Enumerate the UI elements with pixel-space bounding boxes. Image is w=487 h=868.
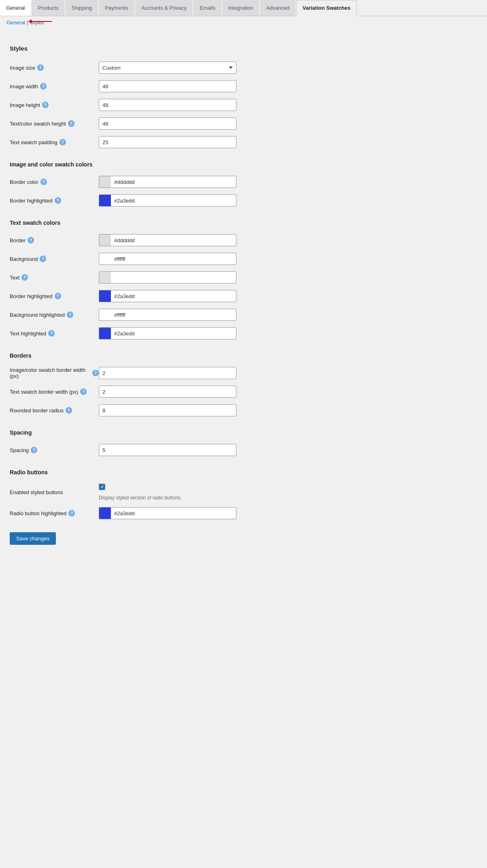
image-border-highlighted-input[interactable] bbox=[111, 194, 236, 207]
border-color-label: Border color ? bbox=[10, 179, 99, 185]
text-color-swatch-height-input[interactable] bbox=[99, 117, 236, 130]
text-border-highlighted-input[interactable] bbox=[111, 290, 236, 302]
image-height-label: Image height ? bbox=[10, 102, 99, 108]
text-text-highlighted-swatch[interactable] bbox=[99, 327, 111, 339]
image-size-select[interactable]: Custom Thumbnail Medium Large bbox=[99, 62, 236, 74]
spacing-help-icon[interactable]: ? bbox=[31, 447, 37, 453]
text-text-label: Text ? bbox=[10, 274, 99, 281]
text-text-highlighted-controls bbox=[99, 327, 236, 339]
text-background-row: Background ? bbox=[10, 250, 322, 268]
text-text-highlighted-wrapper bbox=[99, 327, 236, 339]
image-size-controls: Custom Thumbnail Medium Large bbox=[99, 62, 236, 74]
rounded-border-radius-row: Rounded border radius ? bbox=[10, 401, 322, 420]
radio-button-highlighted-swatch[interactable] bbox=[99, 507, 111, 519]
image-width-row: Image width ? bbox=[10, 77, 322, 96]
image-border-highlighted-label: Border highlighted ? bbox=[10, 197, 99, 204]
text-swatch-border-width-row: Text swatch border width (px) ? bbox=[10, 382, 322, 401]
text-background-highlighted-input[interactable] bbox=[111, 309, 236, 321]
text-background-input[interactable] bbox=[111, 253, 236, 265]
text-color-swatch-height-help-icon[interactable]: ? bbox=[68, 120, 74, 127]
nav-tabs: GeneralProductsShippingPaymentsAccounts … bbox=[0, 0, 487, 16]
border-color-controls bbox=[99, 176, 236, 188]
text-swatch-padding-controls bbox=[99, 136, 236, 148]
image-color-border-width-help-icon[interactable]: ? bbox=[92, 370, 99, 376]
image-color-border-width-row: Image/color swatch border width (px) ? bbox=[10, 364, 322, 382]
text-background-wrapper bbox=[99, 253, 236, 265]
text-background-help-icon[interactable]: ? bbox=[40, 256, 46, 262]
image-border-highlighted-swatch[interactable] bbox=[99, 194, 111, 207]
text-background-controls bbox=[99, 253, 236, 265]
image-border-highlighted-wrapper bbox=[99, 194, 236, 207]
text-text-swatch[interactable] bbox=[99, 271, 111, 284]
spacing-label: Spacing ? bbox=[10, 447, 99, 453]
tab-accounts-privacy[interactable]: Accounts & Privacy bbox=[135, 0, 193, 16]
enabled-styled-buttons-checkbox[interactable]: ✓ bbox=[99, 484, 105, 490]
radio-button-highlighted-controls bbox=[99, 507, 236, 519]
text-background-swatch[interactable] bbox=[99, 253, 111, 265]
image-width-input[interactable] bbox=[99, 80, 236, 92]
text-text-highlighted-help-icon[interactable]: ? bbox=[48, 330, 55, 337]
text-border-help-icon[interactable]: ? bbox=[28, 237, 34, 243]
text-border-highlighted-swatch[interactable] bbox=[99, 290, 111, 302]
tab-advanced[interactable]: Advanced bbox=[260, 0, 296, 16]
content-area: Styles Image size ? Custom Thumbnail Med… bbox=[0, 29, 332, 561]
rounded-border-radius-help-icon[interactable]: ? bbox=[66, 407, 72, 414]
text-text-help-icon[interactable]: ? bbox=[21, 274, 28, 281]
text-swatch-border-width-input[interactable] bbox=[99, 386, 236, 398]
tab-products[interactable]: Products bbox=[32, 0, 64, 16]
rounded-border-radius-input[interactable] bbox=[99, 404, 236, 416]
text-text-controls bbox=[99, 271, 236, 284]
image-height-input[interactable] bbox=[99, 99, 236, 111]
text-border-label: Border ? bbox=[10, 237, 99, 243]
image-height-help-icon[interactable]: ? bbox=[42, 102, 49, 108]
save-changes-button[interactable]: Save changes bbox=[10, 532, 56, 545]
text-text-input[interactable] bbox=[111, 271, 236, 284]
text-swatch-padding-label: Text swatch padding ? bbox=[10, 139, 99, 145]
borders-section-title: Borders bbox=[10, 352, 322, 359]
tab-payments[interactable]: Payments bbox=[99, 0, 134, 16]
text-border-input[interactable] bbox=[111, 234, 236, 246]
rounded-border-radius-label: Rounded border radius ? bbox=[10, 407, 99, 414]
image-size-row: Image size ? Custom Thumbnail Medium Lar… bbox=[10, 58, 322, 77]
border-color-swatch[interactable] bbox=[99, 176, 111, 188]
tab-general[interactable]: General bbox=[0, 0, 31, 16]
text-border-swatch[interactable] bbox=[99, 234, 111, 246]
text-border-controls bbox=[99, 234, 236, 246]
tab-shipping[interactable]: Shipping bbox=[66, 0, 98, 16]
text-background-highlighted-controls bbox=[99, 309, 236, 321]
radio-button-highlighted-help-icon[interactable]: ? bbox=[68, 510, 75, 516]
breadcrumb: General | Styles bbox=[0, 16, 487, 29]
text-border-highlighted-row: Border highlighted ? bbox=[10, 287, 322, 305]
text-background-highlighted-help-icon[interactable]: ? bbox=[67, 311, 73, 318]
border-color-input[interactable] bbox=[111, 176, 236, 188]
text-swatch-border-width-help-icon[interactable]: ? bbox=[80, 388, 87, 395]
text-swatch-padding-help-icon[interactable]: ? bbox=[60, 139, 66, 145]
image-size-help-icon[interactable]: ? bbox=[37, 64, 44, 71]
text-swatch-padding-input[interactable] bbox=[99, 136, 236, 148]
text-background-label: Background ? bbox=[10, 256, 99, 262]
image-size-label: Image size ? bbox=[10, 64, 99, 71]
border-color-row: Border color ? bbox=[10, 173, 322, 191]
image-border-highlighted-help-icon[interactable]: ? bbox=[55, 197, 61, 204]
text-text-highlighted-input[interactable] bbox=[111, 327, 236, 339]
image-width-help-icon[interactable]: ? bbox=[40, 83, 47, 90]
text-text-row: Text ? bbox=[10, 268, 322, 287]
spacing-row: Spacing ? bbox=[10, 441, 322, 459]
tab-integration[interactable]: Integration bbox=[222, 0, 259, 16]
image-color-border-width-input[interactable] bbox=[99, 367, 236, 379]
tab-variation-swatches[interactable]: Variation Swatches bbox=[296, 0, 357, 16]
radio-button-highlighted-row: Radio button highlighted ? bbox=[10, 504, 322, 523]
text-background-highlighted-swatch[interactable] bbox=[99, 309, 111, 321]
spacing-input[interactable] bbox=[99, 444, 236, 456]
tab-emails[interactable]: Emails bbox=[194, 0, 221, 16]
text-border-highlighted-help-icon[interactable]: ? bbox=[55, 293, 61, 299]
text-text-wrapper bbox=[99, 271, 236, 284]
text-text-highlighted-row: Text highlighted ? bbox=[10, 324, 322, 343]
radio-button-highlighted-input[interactable] bbox=[111, 507, 236, 519]
enabled-styled-buttons-wrapper: ✓ Display styled version of radio button… bbox=[99, 484, 181, 501]
text-text-highlighted-label: Text highlighted ? bbox=[10, 330, 99, 337]
rounded-border-radius-controls bbox=[99, 404, 236, 416]
breadcrumb-general-link[interactable]: General bbox=[6, 19, 25, 26]
border-color-help-icon[interactable]: ? bbox=[40, 179, 47, 185]
spacing-section-title: Spacing bbox=[10, 429, 322, 436]
